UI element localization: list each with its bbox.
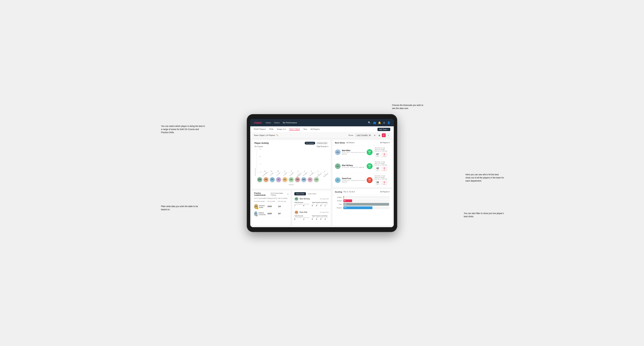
- par-dropdown[interactable]: Par 3, 4 & 5s ▾: [344, 191, 355, 193]
- tablet-screen: clippd Home Teams My Performance 🔍 👥 🔔 ⊕…: [250, 119, 394, 227]
- player-activity-title: Player Activity: [254, 142, 269, 144]
- scoring-label-eagles: Eagles: [335, 196, 342, 198]
- scoring-row-eagles: Eagles 3: [335, 196, 390, 199]
- best-shots-header: Best Shots All Shots ▾ All Players ▾: [332, 140, 392, 145]
- leaderboard-columns: PLAYER NAME PB SCORE PB AVG SQ: [254, 201, 288, 203]
- stat-col-header: APP: [316, 204, 320, 205]
- shot-row-matt-miller[interactable]: MM Matt Miller 09 Jun 2023 · Royal North…: [332, 145, 392, 159]
- stat-col-header: PUTT: [325, 217, 329, 218]
- activity-stats: Total Rounds Tournament 8 Practice: [294, 215, 329, 220]
- scoring-bar-value: 499: [344, 203, 346, 205]
- player-photo: RB 1: [254, 204, 258, 209]
- stat-group-title: Total Practice Activities: [312, 202, 329, 203]
- drill-label: PUTT Must Make Putting...: [271, 192, 287, 196]
- stat-total-rounds: Total Rounds Tournament 7 Practice: [294, 202, 311, 206]
- chevron-down-icon: ▾: [354, 191, 355, 193]
- tab-tour[interactable]: Tour: [303, 128, 307, 131]
- bar-label: 2: [318, 170, 318, 172]
- shot-player-detail: 09 Jun 2023 · Royal North Devon GC, Hole…: [342, 152, 366, 155]
- scoring-label-bogeys: Bogeys: [335, 207, 342, 209]
- stat-cols: GTT 0 APP 0: [312, 204, 329, 206]
- shot-player-info: David Ford 24 Aug 2023 · Royal North Dev…: [342, 177, 366, 183]
- player-info: RB 1 Richard Butler: [254, 204, 268, 209]
- tab-team-clippd[interactable]: Team Clippd: [289, 128, 300, 131]
- heart-view-icon[interactable]: ♥: [382, 133, 386, 137]
- tab-most-active[interactable]: Most Active: [294, 192, 306, 195]
- tab-pgat-players[interactable]: PGAT Players: [254, 128, 266, 131]
- all-players-label: All Players: [380, 142, 388, 144]
- col-pb-avg: PB AVG SQ: [278, 201, 288, 202]
- users-icon[interactable]: 👥: [373, 121, 376, 124]
- stat-practice-activities: Total Practice Activities GTT 0 APP: [312, 215, 329, 220]
- player-activity-row: BM Blair McHarg 26 Aug 2023 Total Rounds: [294, 197, 329, 208]
- stat-col-header: Tournament: [294, 204, 303, 205]
- plus-circle-icon[interactable]: ⊕: [383, 121, 385, 124]
- shot-badge: 200 SG: [366, 163, 372, 169]
- leaderboard-row: EC 2 Edward Crossman 18/20 107: [254, 210, 288, 217]
- best-shots-title: Best Shots: [335, 142, 345, 144]
- stat-cols: Tournament 7 Practice 6: [294, 204, 311, 206]
- main-content: Player Activity On Course Practice Drill…: [250, 138, 394, 227]
- player-activity-name: RB Rees Britt: [294, 210, 307, 214]
- tab-pga[interactable]: PGA: [269, 128, 273, 131]
- shot-row-blair-mcharg[interactable]: BM Blair McHarg 23 Jul 2023 · Ashridge G…: [332, 159, 392, 173]
- active-tabs: Most Active Least Active: [294, 192, 329, 195]
- shot-player-info: Blair McHarg 23 Jul 2023 · Ashridge GC, …: [342, 165, 366, 168]
- activity-toggle-buttons: On Course Practice Drills: [305, 142, 328, 145]
- col-pb-score: PB SCORE: [268, 201, 278, 202]
- tab-all-players[interactable]: All Players: [310, 128, 320, 131]
- nav-my-performance[interactable]: My Performance: [283, 122, 297, 124]
- cards-view-icon[interactable]: ▦: [377, 133, 381, 137]
- stat-group-title: Total Practice Activities: [312, 215, 329, 217]
- stat-col-header: Practice: [303, 217, 310, 218]
- all-shots-dropdown[interactable]: All Shots ▾: [346, 142, 354, 144]
- bell-icon[interactable]: 🔔: [378, 121, 381, 124]
- stat-col-header: APP: [316, 217, 320, 218]
- bar-label: 2: [324, 170, 325, 172]
- total-rounds-dropdown[interactable]: Total Rounds ▾: [316, 146, 328, 148]
- add-team-button[interactable]: Add Team +: [378, 128, 390, 131]
- dist-value: 16: [376, 181, 380, 183]
- stat-col-value: 0: [312, 218, 316, 220]
- player-avatar: MM: [301, 177, 306, 182]
- list-view-icon[interactable]: ≡: [386, 133, 390, 137]
- tab-hcaps[interactable]: Hcaps 1-5: [277, 128, 286, 131]
- dist-unit: yds: [382, 170, 386, 171]
- y-axis-labels: 15 10 5 0: [257, 148, 262, 173]
- stat-col-value: 6: [303, 205, 310, 206]
- player-name: Rees Britt: [300, 211, 307, 213]
- on-course-toggle[interactable]: On Course: [305, 142, 315, 145]
- search-icon[interactable]: 🔍: [368, 121, 371, 124]
- activity-date: 26 Aug 2023: [320, 198, 329, 200]
- show-filter: Show: Last 3 months Last 6 months Last y…: [348, 133, 390, 137]
- grid-view-icon[interactable]: ⊞: [373, 133, 376, 137]
- user-avatar-icon[interactable]: 👤: [387, 121, 390, 124]
- right-panel: Best Shots All Shots ▾ All Players ▾: [332, 140, 392, 225]
- dist-unit: yds: [382, 183, 386, 185]
- tablet-frame: clippd Home Teams My Performance 🔍 👥 🔔 ⊕…: [247, 114, 397, 232]
- nav-home[interactable]: Home: [266, 122, 271, 124]
- tab-least-active[interactable]: Least Active: [306, 192, 318, 195]
- scoring-bar-value: 3: [344, 196, 345, 198]
- scoring-all-players-dropdown[interactable]: All Players ▾: [380, 191, 390, 193]
- practice-drills-toggle[interactable]: Practice Drills: [316, 142, 328, 145]
- dist-value: 67: [376, 153, 380, 156]
- bar-label: 10: [278, 170, 279, 172]
- time-filter-select[interactable]: Last 3 months Last 6 months Last year: [355, 134, 371, 137]
- stat-col-value: 4: [303, 218, 310, 220]
- edit-icon[interactable]: ✏️: [276, 134, 278, 137]
- annotation-best-players: You can select which player is doing the…: [161, 125, 206, 134]
- stat-col-value: 0: [320, 218, 324, 220]
- pb-avg-sq: 110: [278, 205, 288, 207]
- drill-dropdown[interactable]: PUTT Must Make Putting... ▾: [271, 192, 288, 196]
- stat-col-header: ARG: [320, 217, 324, 218]
- player-mini-avatar: BM: [294, 197, 298, 201]
- all-players-dropdown[interactable]: All Players ▾: [380, 142, 390, 144]
- nav-teams[interactable]: Teams: [274, 122, 280, 124]
- stat-col-header: GTT: [312, 204, 316, 205]
- bar-label: 3: [311, 170, 312, 172]
- shot-row-david-ford[interactable]: DF David Ford 24 Aug 2023 · Royal North …: [332, 173, 392, 187]
- annotation-timescale: Choose the timescale you wish to see the…: [392, 104, 427, 110]
- scoring-bar-container: 499: [343, 203, 390, 206]
- nav-links: Home Teams My Performance: [266, 122, 364, 124]
